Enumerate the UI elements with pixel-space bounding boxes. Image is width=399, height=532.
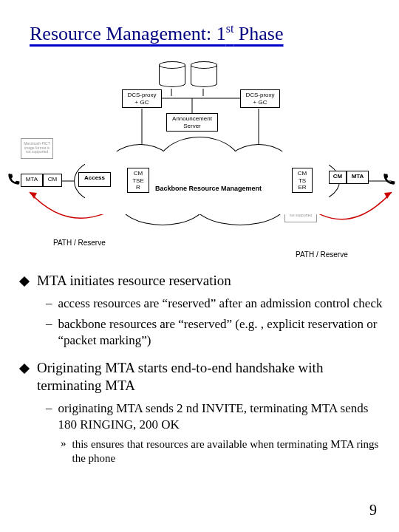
bullet-2-sub-1-sub-1-text: this ensures that resources are availabl… bbox=[72, 437, 385, 466]
cm-tse-r-left-box: CM TSE R bbox=[127, 168, 149, 193]
slide-title: Resource Management: 1st Phase bbox=[0, 0, 399, 51]
bullet-1-sub-2: – backbone resources are “reserved” (e.g… bbox=[46, 316, 384, 349]
page-number: 9 bbox=[369, 502, 377, 519]
bullet-2-sub-1-text: originating MTA sends 2 nd INVITE, termi… bbox=[58, 400, 385, 433]
bullet-2-sub-1-sub-1: » this ensures that resources are availa… bbox=[61, 437, 384, 466]
dash-icon: – bbox=[46, 400, 52, 415]
bullet-2: Originating MTA starts end-to-end handsh… bbox=[15, 359, 384, 395]
bullet-2-sub-1: – originating MTA sends 2 nd INVITE, ter… bbox=[46, 400, 384, 433]
mta-right-box: MTA bbox=[347, 171, 369, 184]
path-reserve-right-label: PATH / Reserve bbox=[296, 250, 348, 259]
access-left-box: Access bbox=[78, 172, 111, 187]
announcement-server-box: Announcement Server bbox=[166, 113, 218, 132]
dash-icon: – bbox=[46, 316, 52, 331]
content-area: MTA initiates resource reservation – acc… bbox=[15, 266, 384, 469]
dcs-proxy-left-box: DCS-proxy + GC bbox=[122, 89, 162, 108]
title-text-1: Resource Management: 1 bbox=[30, 23, 226, 44]
bullet-1-text: MTA initiates resource reservation bbox=[37, 272, 231, 290]
dash-icon: – bbox=[46, 296, 52, 310]
svg-marker-10 bbox=[30, 192, 37, 199]
database-icon-right bbox=[191, 61, 217, 89]
backbone-label: Backbone Resource Management bbox=[155, 185, 262, 192]
bullet-1-sub-1-text: access resources are “reserved” after an… bbox=[58, 296, 383, 312]
diamond-bullet-icon bbox=[19, 364, 30, 374]
chevron-icon: » bbox=[61, 437, 66, 450]
cm-left-box: CM bbox=[43, 174, 62, 187]
pict-placeholder-icon: Macintosh PICT image format is not suppo… bbox=[21, 138, 53, 159]
diamond-bullet-icon bbox=[19, 276, 30, 287]
bullet-1-sub-2-text: backbone resources are “reserved” (e.g. … bbox=[58, 316, 385, 349]
bullet-2-text: Originating MTA starts end-to-end handsh… bbox=[37, 359, 384, 395]
mta-left-box: MTA bbox=[21, 174, 43, 187]
title-sup: st bbox=[226, 22, 234, 35]
bullet-1: MTA initiates resource reservation bbox=[15, 272, 384, 290]
cm-ts-er-right-box: CM TS ER bbox=[292, 168, 313, 193]
path-reserve-left-label: PATH / Reserve bbox=[53, 239, 106, 247]
cm-right-box: CM bbox=[329, 171, 347, 184]
svg-marker-11 bbox=[384, 192, 392, 199]
title-text-2: Phase bbox=[233, 23, 283, 44]
phone-icon bbox=[6, 172, 21, 187]
phone-icon bbox=[381, 172, 396, 187]
bullet-1-sub-1: – access resources are “reserved” after … bbox=[46, 296, 384, 312]
dcs-proxy-right-box: DCS-proxy + GC bbox=[240, 89, 280, 108]
database-icon-left bbox=[159, 61, 185, 89]
network-diagram: DCS-proxy + GC DCS-proxy + GC Announceme… bbox=[0, 55, 399, 262]
